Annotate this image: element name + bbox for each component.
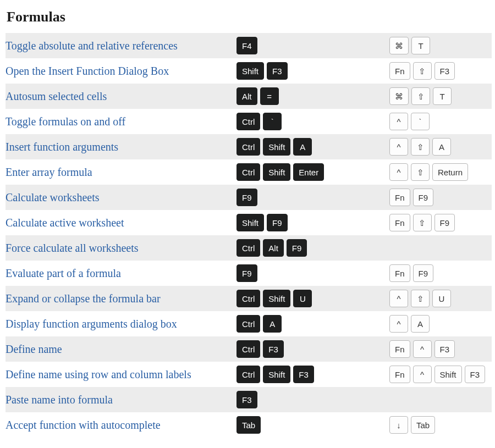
key-: ⇧	[413, 214, 432, 231]
key-combo: Ctrl`	[237, 117, 284, 126]
key-ctrl: Ctrl	[237, 290, 260, 307]
shortcut-link[interactable]: Enter array formula	[6, 166, 92, 178]
key-combo: Fn⇧F9	[389, 218, 458, 228]
key-combo: ShiftF9	[237, 218, 290, 228]
key-fn: Fn	[389, 214, 410, 231]
windows-keys-cell: CtrlShiftU	[237, 286, 389, 311]
mac-keys-cell: ↓Tab	[389, 412, 492, 438]
key-f9: F9	[237, 189, 257, 206]
shortcut-row: Calculate worksheetsF9FnF9	[6, 185, 492, 210]
windows-keys-cell: Tab	[237, 412, 389, 438]
shortcut-link[interactable]: Calculate active worksheet	[6, 217, 124, 229]
shortcut-row: Toggle absolute and relative referencesF…	[6, 33, 492, 58]
key-combo: CtrlShiftA	[237, 142, 315, 152]
windows-keys-cell: F9	[237, 185, 389, 210]
mac-keys-cell: Fn^ShiftF3	[389, 362, 492, 387]
key-fn: Fn	[389, 340, 410, 358]
shortcut-link[interactable]: Insert function arguments	[6, 141, 118, 153]
shortcut-link[interactable]: Open the Insert Function Dialog Box	[6, 65, 169, 77]
key-: ↓	[389, 416, 408, 434]
desc-cell: Expand or collapse the formula bar	[6, 286, 237, 311]
mac-keys-cell: ^`	[389, 109, 492, 134]
key-combo: Fn⇧F3	[389, 67, 458, 76]
key-: ⌘	[389, 87, 409, 105]
shortcut-link[interactable]: Paste name into formula	[6, 394, 113, 406]
key-tab: Tab	[411, 416, 435, 434]
shortcut-row: Evaluate part of a formulaF9FnF9	[6, 261, 492, 286]
shortcut-link[interactable]: Toggle formulas on and off	[6, 115, 125, 128]
key-f9: F9	[237, 264, 257, 282]
shortcut-link[interactable]: Display function arguments dialog box	[6, 318, 177, 330]
windows-keys-cell: Alt=	[237, 84, 389, 109]
key-combo: Alt=	[237, 92, 282, 101]
key-combo: CtrlF3	[237, 345, 287, 354]
mac-keys-cell: ⌘T	[389, 33, 492, 58]
shortcut-link[interactable]: Calculate worksheets	[6, 191, 100, 203]
key-combo: F3	[237, 395, 260, 405]
desc-cell: Autosum selected cells	[6, 84, 237, 109]
key-combo: ^⇧Return	[389, 168, 471, 177]
mac-keys-cell: ^A	[389, 311, 492, 336]
key-ctrl: Ctrl	[237, 163, 260, 181]
key-alt: Alt	[263, 239, 284, 257]
key-: ^	[413, 340, 432, 358]
key-combo: CtrlAltF9	[237, 244, 310, 253]
key-: ^	[389, 138, 408, 156]
desc-cell: Define name using row and column labels	[6, 362, 237, 387]
shortcut-row: Enter array formulaCtrlShiftEnter^⇧Retur…	[6, 159, 492, 185]
key-f9: F9	[267, 214, 288, 231]
desc-cell: Paste name into formula	[6, 387, 237, 412]
key-f3: F3	[263, 340, 284, 358]
shortcut-link[interactable]: Autosum selected cells	[6, 90, 107, 102]
key-: ⇧	[411, 163, 430, 181]
key-combo: FnF9	[389, 269, 436, 278]
key-f4: F4	[237, 37, 257, 54]
desc-cell: Insert function arguments	[6, 134, 237, 159]
shortcut-row: Define name using row and column labelsC…	[6, 362, 492, 387]
windows-keys-cell: CtrlA	[237, 311, 389, 336]
windows-keys-cell: CtrlShiftA	[237, 134, 389, 159]
section-title: Formulas	[7, 9, 495, 25]
shortcut-link[interactable]: Expand or collapse the formula bar	[6, 292, 161, 305]
shortcut-link[interactable]: Define name	[6, 343, 62, 355]
desc-cell: Enter array formula	[6, 159, 237, 185]
key-shift: Shift	[263, 366, 290, 383]
key-combo: CtrlShiftEnter	[237, 168, 327, 177]
key-a: A	[432, 138, 451, 156]
shortcut-row: Calculate active worksheetShiftF9Fn⇧F9	[6, 210, 492, 235]
key-enter: Enter	[293, 163, 324, 181]
shortcut-link[interactable]: Evaluate part of a formula	[6, 267, 121, 279]
key-: `	[263, 113, 282, 130]
key-combo: Fn^ShiftF3	[389, 370, 488, 379]
key-: ^	[389, 163, 408, 181]
key-: ^	[389, 290, 408, 307]
key-ctrl: Ctrl	[237, 239, 260, 257]
shortcut-link[interactable]: Define name using row and column labels	[6, 368, 191, 380]
key-shift: Shift	[237, 62, 264, 80]
shortcut-row: Paste name into formulaF3	[6, 387, 492, 412]
desc-cell: Accept function with autocomplete	[6, 412, 237, 438]
shortcut-row: Insert function argumentsCtrlShiftA^⇧A	[6, 134, 492, 159]
key-f3: F3	[267, 62, 288, 80]
windows-keys-cell: ShiftF3	[237, 58, 389, 84]
key-fn: Fn	[389, 366, 410, 383]
desc-cell: Define name	[6, 336, 237, 362]
shortcut-link[interactable]: Toggle absolute and relative references	[6, 40, 178, 52]
key-combo: ↓Tab	[389, 421, 438, 430]
key-shift: Shift	[435, 366, 462, 383]
key-fn: Fn	[389, 264, 410, 282]
windows-keys-cell: CtrlAltF9	[237, 235, 389, 261]
key-: ^	[413, 366, 432, 383]
key-u: U	[432, 290, 451, 307]
key-f9: F9	[413, 264, 434, 282]
shortcut-link[interactable]: Force calculate all worksheets	[6, 242, 139, 254]
shortcut-link[interactable]: Accept function with autocomplete	[6, 419, 161, 431]
shortcut-row: Define nameCtrlF3Fn^F3	[6, 336, 492, 362]
key-combo: ⌘T	[389, 41, 433, 51]
key-combo: F9	[237, 193, 260, 202]
key-ctrl: Ctrl	[237, 138, 260, 156]
key-shift: Shift	[263, 163, 290, 181]
mac-keys-cell: ⌘⇧T	[389, 84, 492, 109]
key-f9: F9	[413, 189, 434, 206]
mac-keys-cell: FnF9	[389, 261, 492, 286]
